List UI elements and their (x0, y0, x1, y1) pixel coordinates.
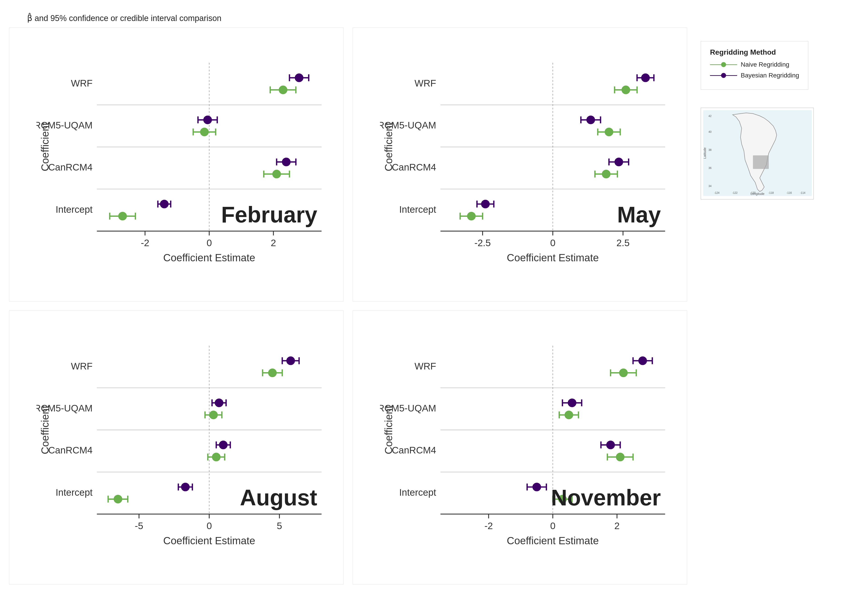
svg-point-17 (295, 74, 303, 82)
svg-text:36: 36 (708, 166, 712, 170)
legend-box: Regridding Method Naive Regridding (701, 41, 808, 90)
svg-point-26 (204, 116, 211, 124)
svg-point-35 (282, 158, 290, 166)
legend-line-naive (710, 62, 737, 67)
svg-text:Latitude: Latitude (703, 148, 707, 159)
svg-text:2: 2 (615, 520, 619, 531)
svg-text:WRF: WRF (415, 78, 436, 88)
legend-line-bayes (710, 73, 737, 78)
svg-point-185 (607, 441, 615, 449)
legend-label-naive: Naive Regridding (741, 61, 789, 68)
svg-text:0: 0 (207, 520, 212, 531)
svg-point-89 (602, 170, 610, 178)
svg-text:-2: -2 (484, 520, 493, 531)
plot-panel-may: -2.502.5Coefficient EstimateCoefficientW… (352, 28, 687, 302)
legend-item-bayes: Bayesian Regridding (710, 72, 799, 79)
plot-panel-february: -202Coefficient EstimateCoefficientWRFCR… (9, 28, 343, 302)
svg-text:-2.5: -2.5 (474, 238, 491, 248)
svg-text:August: August (240, 485, 317, 510)
svg-point-44 (160, 200, 168, 208)
svg-text:-118: -118 (768, 191, 774, 194)
svg-text:-122: -122 (732, 191, 738, 194)
svg-text:Coefficient Estimate: Coefficient Estimate (163, 252, 255, 263)
svg-text:-120: -120 (750, 191, 756, 194)
svg-point-39 (273, 170, 280, 178)
svg-point-130 (210, 411, 217, 419)
svg-text:Intercept: Intercept (399, 487, 436, 498)
svg-point-148 (114, 495, 122, 503)
svg-text:38: 38 (708, 148, 712, 151)
svg-text:Coefficient Estimate: Coefficient Estimate (507, 252, 599, 263)
svg-text:-124: -124 (714, 191, 720, 194)
svg-text:-5: -5 (135, 520, 143, 531)
plot-panel-november: -202Coefficient EstimateCoefficientWRFCR… (352, 311, 687, 585)
map-svg: Longitude Latitude -124 -122 -120 -118 -… (703, 110, 812, 196)
svg-point-180 (565, 411, 573, 419)
svg-point-98 (468, 212, 475, 220)
svg-text:5: 5 (277, 520, 282, 531)
svg-point-30 (201, 128, 208, 136)
svg-point-121 (268, 369, 276, 377)
svg-text:2.5: 2.5 (616, 238, 630, 248)
svg-rect-201 (753, 155, 769, 169)
legend-item-naive: Naive Regridding (710, 61, 799, 68)
svg-text:0: 0 (550, 520, 555, 531)
svg-text:CRCM5-UQAM: CRCM5-UQAM (380, 120, 436, 130)
svg-text:May: May (617, 202, 661, 227)
svg-point-48 (119, 212, 126, 220)
svg-point-117 (287, 357, 295, 365)
svg-point-76 (587, 116, 595, 124)
svg-text:CanRCM4: CanRCM4 (48, 162, 93, 172)
svg-point-167 (639, 357, 646, 365)
svg-text:Intercept: Intercept (55, 204, 93, 215)
svg-text:WRF: WRF (71, 361, 93, 371)
svg-text:CanRCM4: CanRCM4 (48, 445, 93, 456)
main-container: β̂ and 95% confidence or credible interv… (0, 0, 868, 598)
legend-label-bayes: Bayesian Regridding (741, 72, 799, 79)
svg-point-67 (642, 74, 649, 82)
legend-title: Regridding Method (710, 48, 799, 57)
svg-text:November: November (551, 485, 661, 510)
svg-point-171 (619, 369, 627, 377)
svg-text:February: February (221, 202, 317, 227)
plots-grid: -202Coefficient EstimateCoefficientWRFCR… (9, 28, 687, 585)
svg-point-126 (215, 399, 223, 407)
svg-text:-116: -116 (786, 191, 792, 194)
svg-text:Intercept: Intercept (55, 487, 93, 498)
svg-text:CRCM5-UQAM: CRCM5-UQAM (36, 403, 93, 414)
svg-text:CRCM5-UQAM: CRCM5-UQAM (36, 120, 93, 130)
svg-text:-114: -114 (800, 191, 805, 194)
svg-text:0: 0 (550, 238, 555, 248)
svg-point-194 (533, 483, 540, 491)
svg-point-94 (481, 200, 489, 208)
svg-text:42: 42 (708, 115, 712, 118)
svg-text:Coefficient Estimate: Coefficient Estimate (163, 535, 255, 547)
svg-text:CanRCM4: CanRCM4 (392, 162, 436, 172)
svg-text:Coefficient Estimate: Coefficient Estimate (507, 535, 599, 547)
svg-text:40: 40 (708, 130, 712, 133)
svg-point-80 (605, 128, 613, 136)
map-container: Longitude Latitude -124 -122 -120 -118 -… (701, 108, 814, 199)
svg-text:Intercept: Intercept (399, 204, 436, 215)
chart-title: β̂ and 95% confidence or credible interv… (27, 13, 859, 23)
svg-point-139 (212, 453, 220, 461)
svg-point-176 (568, 399, 576, 407)
svg-point-71 (622, 86, 630, 94)
svg-point-144 (181, 483, 189, 491)
svg-point-135 (219, 441, 227, 449)
svg-text:CanRCM4: CanRCM4 (392, 445, 436, 456)
svg-text:WRF: WRF (415, 361, 436, 371)
svg-point-21 (279, 86, 287, 94)
plot-panel-august: -505Coefficient EstimateCoefficientWRFCR… (9, 311, 343, 585)
svg-text:WRF: WRF (71, 78, 93, 88)
svg-text:34: 34 (708, 184, 712, 188)
svg-text:CRCM5-UQAM: CRCM5-UQAM (380, 403, 436, 414)
svg-point-189 (616, 453, 624, 461)
svg-text:2: 2 (271, 238, 276, 248)
svg-text:-2: -2 (141, 238, 149, 248)
svg-point-85 (615, 158, 622, 166)
right-panel: Regridding Method Naive Regridding (687, 28, 827, 585)
plots-and-legend: -202Coefficient EstimateCoefficientWRFCR… (9, 28, 859, 585)
svg-text:0: 0 (207, 238, 212, 248)
